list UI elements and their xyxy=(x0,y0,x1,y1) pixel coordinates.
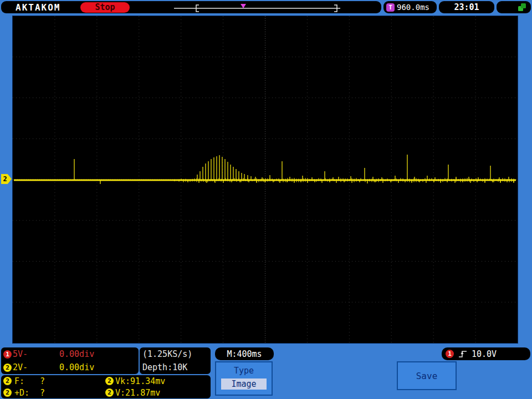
trigger-level-value: 10.0V xyxy=(472,349,497,359)
channel2-badge-icon: 2 xyxy=(3,364,12,372)
measurement-value: ? xyxy=(40,388,45,398)
channel-scale-panel: 1 5V- 0.00div 2 2V- 0.00div xyxy=(1,347,139,374)
trigger-t-icon: T xyxy=(386,3,395,12)
run-state-badge: Stop xyxy=(80,2,129,13)
usb-status-segment xyxy=(497,1,531,13)
brand-logo: AKTAKOM xyxy=(16,2,60,13)
memory-depth: Depth:10K xyxy=(140,361,211,374)
clock: 23:01 xyxy=(454,2,479,12)
clock-segment: 23:01 xyxy=(439,1,494,13)
trigger-info-badge: 1 10.0V xyxy=(442,347,530,360)
save-button[interactable]: Save xyxy=(397,361,457,390)
measurement-label: +D: xyxy=(14,388,40,398)
trigger-position-bar xyxy=(161,1,349,13)
measurement-value: 91.34mv xyxy=(130,376,165,386)
channel2-badge-icon: 2 xyxy=(3,377,12,385)
channel2-badge-icon: 2 xyxy=(3,388,12,397)
top-status-bar: AKTAKOM Stop T 960.0ms 23:01 xyxy=(0,0,532,14)
trigger-source-badge-icon: 1 xyxy=(446,350,454,358)
top-bar-main-segment: AKTAKOM Stop xyxy=(1,1,381,13)
channel2-scale: 2V- xyxy=(13,362,59,372)
measurement-value: 21.87mv xyxy=(125,388,160,398)
trigger-time-value: 960.0ms xyxy=(397,3,429,12)
oscilloscope-ui: AKTAKOM Stop T 960.0ms 23:01 2 xyxy=(0,0,532,399)
usb-storage-icon xyxy=(518,3,526,12)
channel2-position-marker: 2 xyxy=(1,174,12,184)
measurement-value: ? xyxy=(40,376,45,386)
measurement-row-1: 2 F: ? 2 Vk: 91.34mv xyxy=(1,375,211,387)
measurement-panel: 2 F: ? 2 Vk: 91.34mv 2 +D: ? 2 V: 21.87m… xyxy=(1,375,211,398)
channel1-position: 0.00div xyxy=(59,349,94,359)
waveform-canvas xyxy=(13,16,518,343)
channel1-scale: 5V- xyxy=(13,349,59,359)
channel1-badge-icon: 1 xyxy=(3,350,12,359)
menu-title: Type xyxy=(216,366,272,376)
channel2-badge-icon: 2 xyxy=(105,377,114,385)
acquisition-panel: (1.25KS/s) Depth:10K xyxy=(140,347,211,374)
measurement-label: Vk: xyxy=(115,376,130,386)
menu-selected-option[interactable]: Image xyxy=(221,378,267,390)
trigger-position-marker-icon xyxy=(241,4,246,8)
waveform-display xyxy=(12,16,518,344)
save-type-menu-button[interactable]: Type Image xyxy=(215,361,273,396)
measurement-label: V: xyxy=(115,388,125,398)
trigger-time-segment: T 960.0ms xyxy=(383,1,437,13)
sample-rate: (1.25KS/s) xyxy=(140,347,211,361)
channel2-badge-icon: 2 xyxy=(105,388,114,397)
timebase-badge: M:400ms xyxy=(215,347,274,360)
channel2-row: 2 2V- 0.00div xyxy=(1,361,139,374)
measurement-label: F: xyxy=(14,376,40,386)
measurement-row-2: 2 +D: ? 2 V: 21.87mv xyxy=(1,387,211,398)
channel1-row: 1 5V- 0.00div xyxy=(1,347,139,361)
channel2-position: 0.00div xyxy=(59,362,94,372)
rising-edge-icon xyxy=(458,349,468,359)
